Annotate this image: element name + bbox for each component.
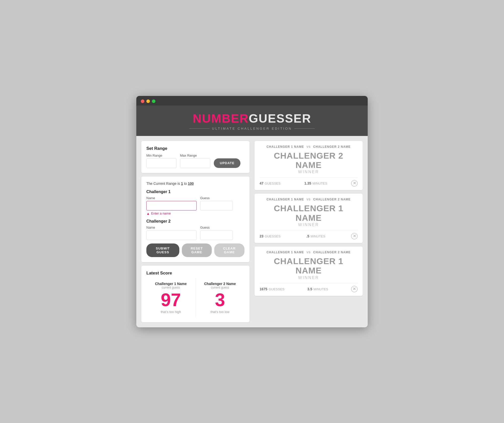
- challenger1-score-sublabel: current guess: [149, 286, 193, 289]
- range-max: 100: [188, 182, 194, 186]
- minimize-dot[interactable]: [146, 99, 150, 103]
- result-minutes-2: 3.5 MINUTES: [307, 287, 328, 291]
- result-footer-2: 1675 GUESSES 3.5 MINUTES ✕: [260, 283, 358, 292]
- app-title: NUMBERGUESSER: [141, 113, 363, 125]
- challenger2-input-row: Name Guess: [146, 226, 244, 240]
- challenger1-name-input[interactable]: [146, 201, 197, 210]
- challenger1-title: Challenger 1: [146, 190, 244, 194]
- challenger2-name-field: Name: [146, 226, 197, 240]
- challenger2-guess-input[interactable]: [200, 230, 233, 240]
- challenger2-name-label: Name: [146, 226, 197, 229]
- title-guesser: GUESSER: [249, 112, 311, 125]
- result-challenger1-name-1: CHALLENGER 1 NAME: [267, 198, 304, 201]
- challenger1-score: Challenger 1 Name current guess 97 that'…: [146, 278, 195, 317]
- challenger1-input-row: Name Guess: [146, 196, 244, 210]
- challengers-card: The Current Range is 1 to 100 Challenger…: [141, 177, 249, 262]
- title-bar: [136, 96, 368, 105]
- maximize-dot[interactable]: [152, 99, 155, 103]
- challenger2-guess-label: Guess: [200, 226, 233, 229]
- result-close-button-2[interactable]: ✕: [351, 286, 358, 292]
- result-header-0: CHALLENGER 1 NAME VS CHALLENGER 2 NAME: [260, 145, 358, 149]
- min-range-input[interactable]: [146, 158, 177, 168]
- update-button[interactable]: UPDATE: [214, 158, 240, 168]
- result-challenger1-name-2: CHALLENGER 1 NAME: [267, 251, 304, 254]
- challenger2-title: Challenger 2: [146, 219, 244, 224]
- latest-score-card: Latest Score Challenger 1 Name current g…: [141, 266, 249, 322]
- result-challenger2-name-0: CHALLENGER 2 NAME: [313, 145, 351, 149]
- result-guesses-2: 1675 GUESSES: [260, 287, 284, 291]
- challenger1-guess-input[interactable]: [200, 201, 233, 210]
- challenger2-score: Challenger 2 Name current guess 3 that's…: [195, 278, 245, 317]
- result-guesses-0: 47 GUESSES: [260, 181, 280, 185]
- range-info-text: The Current Range is: [146, 182, 180, 186]
- range-info: The Current Range is 1 to 100: [146, 182, 244, 186]
- result-challenger2-name-2: CHALLENGER 2 NAME: [313, 251, 351, 254]
- result-vs-0: VS: [307, 145, 311, 148]
- result-header-1: CHALLENGER 1 NAME VS CHALLENGER 2 NAME: [260, 198, 358, 201]
- title-number: NUMBER: [193, 112, 249, 125]
- result-winner-label-0: WINNER: [260, 170, 358, 174]
- action-buttons: SUBMIT GUESS RESET GAME CLEAR GAME: [146, 243, 244, 257]
- result-challenger2-name-1: CHALLENGER 2 NAME: [313, 198, 351, 201]
- app-window: NUMBERGUESSER ULTIMATE CHALLENGER EDITIO…: [136, 96, 368, 327]
- submit-guess-button[interactable]: SUBMIT GUESS: [146, 243, 179, 257]
- min-range-field: Min Range: [146, 154, 177, 168]
- challenger1-guess-field: Guess: [200, 196, 233, 210]
- app-header: NUMBERGUESSER ULTIMATE CHALLENGER EDITIO…: [136, 105, 368, 136]
- app-subtitle: ULTIMATE CHALLENGER EDITION: [141, 127, 363, 130]
- result-footer-1: 23 GUESSES .5 MINUTES ✕: [260, 230, 358, 239]
- challenger1-name-field: Name: [146, 196, 197, 210]
- challenger2-score-sublabel: current guess: [198, 286, 242, 289]
- challenger1-score-name: Challenger 1 Name: [149, 282, 193, 286]
- result-close-button-0[interactable]: ✕: [351, 180, 358, 187]
- result-winner-2: CHALLENGER 1 NAME: [260, 257, 358, 275]
- result-header-2: CHALLENGER 1 NAME VS CHALLENGER 2 NAME: [260, 251, 358, 254]
- result-minutes-0: 1.35 MINUTES: [304, 181, 327, 185]
- result-winner-1: CHALLENGER 1 NAME: [260, 204, 358, 223]
- left-panel: Set Range Min Range Max Range UPDATE: [141, 141, 249, 322]
- range-row: Min Range Max Range UPDATE: [146, 154, 244, 168]
- max-range-label: Max Range: [180, 154, 210, 157]
- right-panel: CHALLENGER 1 NAME VS CHALLENGER 2 NAME C…: [255, 141, 363, 322]
- challenger1-name-label: Name: [146, 196, 197, 200]
- result-card-2: CHALLENGER 1 NAME VS CHALLENGER 2 NAME C…: [255, 246, 363, 296]
- challenger2-score-hint: that's too low: [198, 310, 242, 314]
- result-minutes-1: .5 MINUTES: [306, 234, 325, 238]
- challenger2-guess-field: Guess: [200, 226, 233, 240]
- result-close-button-1[interactable]: ✕: [351, 233, 358, 239]
- result-winner-label-2: WINNER: [260, 275, 358, 280]
- result-vs-2: VS: [307, 251, 311, 254]
- main-content: Set Range Min Range Max Range UPDATE: [136, 136, 368, 327]
- challenger2-name-input[interactable]: [146, 230, 197, 240]
- reset-game-button[interactable]: RESET GAME: [182, 243, 212, 257]
- result-card-0: CHALLENGER 1 NAME VS CHALLENGER 2 NAME C…: [255, 141, 363, 190]
- latest-score-title: Latest Score: [146, 271, 244, 276]
- result-vs-1: VS: [307, 198, 311, 201]
- challenger1-score-hint: that's too high: [149, 310, 193, 314]
- challenger2-score-number: 3: [198, 291, 242, 309]
- challenger1-score-number: 97: [149, 291, 193, 309]
- score-grid: Challenger 1 Name current guess 97 that'…: [146, 278, 244, 317]
- range-min: 1: [181, 182, 183, 186]
- challenger1-error: ▲ Enter a name: [146, 212, 244, 216]
- result-card-1: CHALLENGER 1 NAME VS CHALLENGER 2 NAME C…: [255, 194, 363, 243]
- max-range-field: Max Range: [180, 154, 210, 168]
- result-challenger1-name-0: CHALLENGER 1 NAME: [267, 145, 304, 149]
- set-range-card: Set Range Min Range Max Range UPDATE: [141, 141, 249, 173]
- close-dot[interactable]: [141, 99, 144, 103]
- min-range-label: Min Range: [146, 154, 177, 157]
- result-guesses-1: 23 GUESSES: [260, 234, 280, 238]
- result-footer-0: 47 GUESSES 1.35 MINUTES ✕: [260, 177, 358, 187]
- max-range-input[interactable]: [180, 158, 210, 168]
- challenger2-score-name: Challenger 2 Name: [198, 282, 242, 286]
- result-winner-0: CHALLENGER 2 NAME: [260, 151, 358, 170]
- clear-game-button[interactable]: CLEAR GAME: [214, 243, 244, 257]
- error-triangle-icon: ▲: [146, 212, 150, 216]
- challenger1-section: Challenger 1 Name Guess ▲ Enter a: [146, 190, 244, 216]
- range-title: Set Range: [146, 146, 244, 151]
- challenger1-guess-label: Guess: [200, 196, 233, 200]
- challenger2-section: Challenger 2 Name Guess: [146, 219, 244, 240]
- result-winner-label-1: WINNER: [260, 223, 358, 227]
- challenger1-error-text: Enter a name: [151, 212, 171, 215]
